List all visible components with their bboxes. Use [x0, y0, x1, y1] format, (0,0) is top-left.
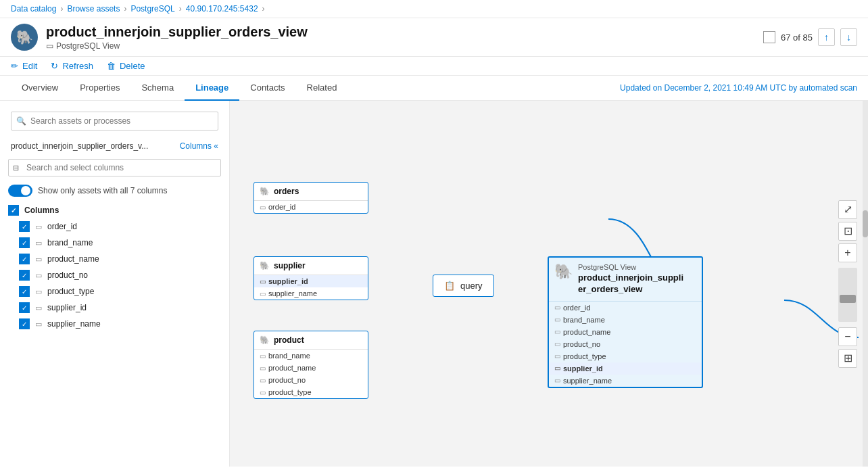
col-item-icon-supplier_name: ▭ [35, 320, 42, 329]
col-checkbox-product_name[interactable]: ✓ [19, 254, 30, 264]
edit-label: Edit [22, 61, 37, 71]
dest-subtitle: PostgreSQL View [578, 263, 683, 271]
delete-button[interactable]: 🗑 Delete [107, 61, 145, 71]
breadcrumb-sep-0: › [60, 4, 63, 14]
zoom-in-button[interactable]: + [838, 243, 857, 262]
dest-col-product_type: ▭ product_type [549, 350, 702, 362]
column-item-product_name[interactable]: ✓ ▭ product_name [0, 251, 229, 267]
dest-node-header: 🐘 PostgreSQL View product_innerjoin_supp… [549, 258, 702, 302]
supplier-col-label-supplier_id: supplier_id [268, 277, 308, 285]
next-button[interactable]: ↓ [840, 28, 857, 46]
toggle-label: Show only assets with all 7 columns [38, 186, 167, 195]
column-item-product_no[interactable]: ✓ ▭ product_no [0, 267, 229, 283]
panel-asset-name: product_innerjoin_supplier_orders_v... [11, 141, 148, 151]
zoom-out-button[interactable]: − [838, 327, 857, 346]
tab-overview[interactable]: Overview [11, 76, 69, 101]
edit-button[interactable]: ✏ Edit [11, 61, 37, 71]
asset-info: product_innerjoin_supplier_orders_view ▭… [46, 24, 308, 51]
dest-col-supplier_id: ▭ supplier_id [549, 362, 702, 375]
main-content: 🔍 product_innerjoin_supplier_orders_v...… [0, 101, 868, 467]
dest-col-supplier_name: ▭ supplier_name [549, 375, 702, 387]
toggle-row: Show only assets with all 7 columns [0, 182, 229, 202]
fit-button[interactable]: ⊡ [838, 222, 857, 241]
tab-lineage[interactable]: Lineage [185, 76, 239, 101]
dest-col-order_id: ▭ order_id [549, 302, 702, 314]
query-node: 📋 query [433, 275, 494, 297]
orders-col-icon-order_id: ▭ [260, 204, 266, 211]
asset-type-label: PostgreSQL View [56, 41, 120, 51]
col-checkbox-supplier_name[interactable]: ✓ [19, 318, 30, 329]
filter-icon: ⊟ [13, 164, 19, 172]
page-header: 🐘 product_innerjoin_supplier_orders_view… [0, 18, 868, 57]
breadcrumb-item-3[interactable]: 40.90.170.245:5432 [186, 4, 258, 14]
page-label: 67 of 85 [781, 32, 813, 43]
col-checkbox-supplier_id[interactable]: ✓ [19, 302, 30, 313]
zoom-thumb[interactable] [840, 295, 856, 303]
supplier-col-label-supplier_name: supplier_name [268, 289, 317, 298]
asset-subtitle: ▭ PostgreSQL View [46, 41, 308, 51]
orders-node-header: 🐘 orders [254, 183, 368, 201]
columns-group-label: Columns [24, 206, 59, 215]
panel-header: product_innerjoin_supplier_orders_v... C… [0, 136, 229, 156]
col-checkbox-product_no[interactable]: ✓ [19, 270, 30, 281]
select-checkbox[interactable] [763, 31, 775, 43]
orders-node: 🐘 orders ▭ order_id [254, 182, 368, 214]
query-icon: 📋 [444, 281, 455, 291]
scrollbar-thumb[interactable] [863, 210, 868, 237]
col-checkbox-product_type[interactable]: ✓ [19, 286, 30, 297]
col-item-icon-product_no: ▭ [35, 271, 42, 280]
zoom-track [838, 268, 857, 322]
canvas-scrollbar[interactable] [863, 101, 868, 467]
supplier-col-supplier_id: ▭ supplier_id [254, 275, 368, 287]
asset-title: product_innerjoin_supplier_orders_view [46, 24, 308, 40]
col-checkbox-order_id[interactable]: ✓ [19, 221, 30, 232]
product-col-product_no: ▭ product_no [254, 374, 368, 386]
column-list: ✓ ▭ order_id ✓ ▭ brand_name ✓ ▭ product_… [0, 218, 229, 332]
column-item-supplier_name[interactable]: ✓ ▭ supplier_name [0, 316, 229, 332]
col-label-supplier_id: supplier_id [47, 303, 87, 312]
supplier-db-icon: 🐘 [260, 261, 270, 270]
prev-button[interactable]: ↑ [818, 28, 835, 46]
grid-button[interactable]: ⊞ [838, 349, 857, 368]
product-db-icon: 🐘 [260, 335, 270, 345]
updated-text: Updated on December 2, 2021 10:49 AM UTC… [620, 76, 857, 99]
toggle-switch[interactable] [8, 185, 32, 197]
expand-button[interactable]: ⤢ [838, 200, 857, 219]
product-title: product [274, 335, 304, 345]
dest-col-product_no: ▭ product_no [549, 338, 702, 350]
col-label-order_id: order_id [47, 222, 77, 231]
col-label-brand_name: brand_name [47, 238, 93, 247]
tab-schema[interactable]: Schema [130, 76, 185, 101]
column-search-input[interactable] [8, 159, 221, 176]
col-label-supplier_name: supplier_name [47, 319, 101, 329]
breadcrumb-sep-3: › [262, 4, 265, 14]
breadcrumb-item-0[interactable]: Data catalog [11, 4, 56, 14]
tab-related[interactable]: Related [296, 76, 348, 101]
refresh-button[interactable]: ↻ Refresh [51, 61, 93, 71]
tab-contacts[interactable]: Contacts [239, 76, 295, 101]
column-item-order_id[interactable]: ✓ ▭ order_id [0, 218, 229, 235]
dest-db-icon: 🐘 [554, 263, 573, 281]
zoom-controls: ⤢ ⊡ + − ⊞ [838, 200, 857, 368]
breadcrumb-item-2[interactable]: PostgreSQL [130, 4, 174, 14]
updated-label: Updated on December 2, 2021 10:49 AM UTC… [620, 83, 797, 93]
orders-col-order_id: ▭ order_id [254, 201, 368, 213]
column-item-brand_name[interactable]: ✓ ▭ brand_name [0, 235, 229, 251]
query-label: query [460, 281, 483, 291]
col-checkbox-brand_name[interactable]: ✓ [19, 237, 30, 248]
columns-all-checkbox[interactable]: ✓ [8, 205, 19, 216]
col-item-icon-order_id: ▭ [35, 222, 42, 231]
column-item-product_type[interactable]: ✓ ▭ product_type [0, 283, 229, 300]
collapse-columns-link[interactable]: Columns « [180, 141, 218, 151]
delete-icon: 🗑 [107, 61, 116, 71]
column-item-supplier_id[interactable]: ✓ ▭ supplier_id [0, 300, 229, 316]
column-search-container: ⊟ [8, 159, 221, 176]
breadcrumb-sep-1: › [124, 4, 126, 14]
breadcrumb-item-1[interactable]: Browse assets [67, 4, 120, 14]
asset-type-icon: ▭ [46, 41, 53, 51]
tab-properties[interactable]: Properties [69, 76, 130, 101]
updated-by[interactable]: automated scan [800, 83, 857, 93]
dest-node: 🐘 PostgreSQL View product_innerjoin_supp… [548, 256, 703, 388]
product-node: 🐘 product ▭ brand_name ▭ product_name ▭ … [254, 331, 368, 399]
search-assets-input[interactable] [11, 112, 218, 131]
